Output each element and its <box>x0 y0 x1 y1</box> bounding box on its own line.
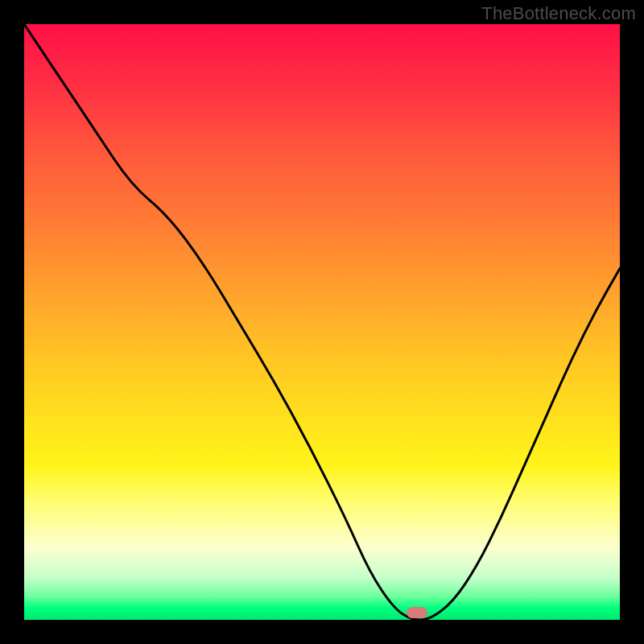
bottleneck-curve <box>24 24 620 620</box>
plot-area <box>24 24 620 620</box>
watermark-text: TheBottleneck.com <box>481 3 636 24</box>
chart-frame: TheBottleneck.com <box>0 0 644 644</box>
optimal-point-marker <box>407 607 427 618</box>
